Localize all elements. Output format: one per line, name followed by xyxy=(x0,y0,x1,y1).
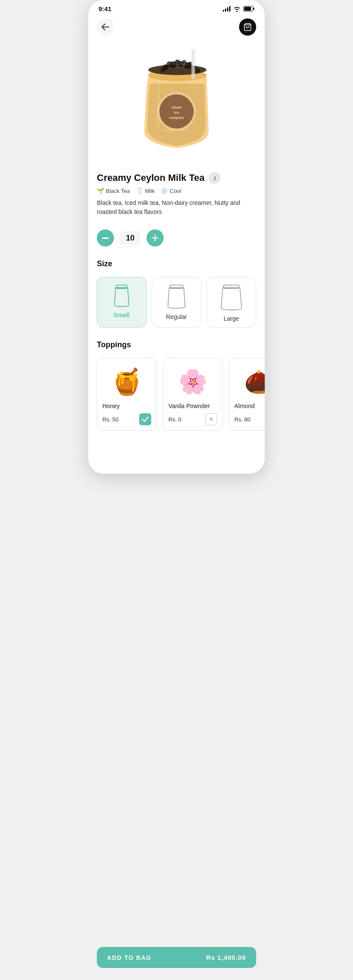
top-nav xyxy=(88,15,265,41)
vanilla-price-row: Rs. 0 + xyxy=(168,413,217,425)
honey-price-row: Rs. 50 xyxy=(102,413,151,425)
back-button[interactable] xyxy=(97,18,114,36)
almond-price: Rs. 80 xyxy=(234,416,251,423)
bag-button[interactable] xyxy=(239,18,256,36)
status-bar: 9:41 xyxy=(88,0,265,15)
almond-image: 🌰 xyxy=(234,364,265,399)
size-large-label: Large xyxy=(224,315,239,322)
topping-vanilla[interactable]: 🌸 Vanila Pownder Rs. 0 + xyxy=(163,358,223,431)
status-time: 9:41 xyxy=(99,5,111,12)
svg-point-15 xyxy=(161,68,165,72)
tag-cool: ❄️ Cool xyxy=(161,187,181,194)
milk-icon: 🥛 xyxy=(136,187,143,194)
toppings-title: Toppings xyxy=(97,340,256,349)
cool-icon: ❄️ xyxy=(161,187,168,194)
svg-point-12 xyxy=(175,60,180,65)
hero-section: island tea company serving the real tea xyxy=(88,41,265,165)
phone-container: 9:41 xyxy=(88,0,265,474)
svg-point-11 xyxy=(167,61,172,66)
black-tea-icon: 🌱 xyxy=(97,187,104,194)
tag-milk-label: Milk xyxy=(145,188,155,194)
almond-price-row: Rs. 80 + xyxy=(234,413,265,425)
size-small-label: Small xyxy=(114,312,129,319)
tag-black-tea: 🌱 Black Tea xyxy=(97,187,130,194)
svg-text:tea: tea xyxy=(174,110,179,114)
honey-price: Rs. 50 xyxy=(102,416,119,423)
size-large[interactable]: Large xyxy=(206,277,256,328)
vanilla-price: Rs. 0 xyxy=(168,416,181,423)
toppings-section: Toppings xyxy=(88,336,265,358)
svg-point-13 xyxy=(182,60,186,64)
small-cup-icon xyxy=(112,284,131,308)
tags-row: 🌱 Black Tea 🥛 Milk ❄️ Cool xyxy=(97,187,256,194)
honey-check xyxy=(139,413,151,425)
svg-rect-24 xyxy=(102,237,109,239)
vanilla-name: Vanila Pownder xyxy=(168,402,210,410)
size-section: Size xyxy=(88,255,265,277)
svg-rect-1 xyxy=(244,7,251,11)
svg-point-16 xyxy=(196,69,200,73)
topping-almond[interactable]: 🌰 Almond Rs. 80 + xyxy=(229,358,265,431)
vanilla-image: 🌸 xyxy=(168,364,217,399)
quantity-row: 10 xyxy=(88,228,265,255)
size-small[interactable]: Small xyxy=(97,277,147,328)
wifi-icon xyxy=(233,6,241,12)
tag-black-tea-label: Black Tea xyxy=(106,188,130,194)
size-regular[interactable]: Regular xyxy=(152,277,201,328)
status-icons xyxy=(223,6,254,12)
info-button[interactable]: i xyxy=(209,172,221,184)
toppings-scroll[interactable]: 🍯 Honey Rs. 50 🌸 Vanila Pownder Rs. 0 + xyxy=(88,358,265,474)
increase-qty-button[interactable] xyxy=(147,229,164,247)
svg-text:island: island xyxy=(171,105,181,109)
title-row: Creamy Ceylon Milk Tea i xyxy=(97,172,256,184)
svg-rect-23 xyxy=(191,49,195,79)
product-title: Creamy Ceylon Milk Tea xyxy=(97,172,204,183)
decrease-qty-button[interactable] xyxy=(97,229,114,247)
svg-rect-26 xyxy=(152,237,159,238)
svg-text:serving the real tea: serving the real tea xyxy=(165,128,188,132)
svg-text:company: company xyxy=(169,115,184,120)
battery-icon xyxy=(243,6,254,12)
tag-cool-label: Cool xyxy=(170,188,181,194)
product-info: Creamy Ceylon Milk Tea i 🌱 Black Tea 🥛 M… xyxy=(88,165,265,228)
size-regular-label: Regular xyxy=(166,313,187,320)
product-image: island tea company serving the real tea xyxy=(129,45,224,156)
vanilla-add-button[interactable]: + xyxy=(205,413,217,425)
tag-milk: 🥛 Milk xyxy=(136,187,155,194)
signal-icon xyxy=(223,6,230,12)
svg-rect-2 xyxy=(253,8,254,10)
quantity-value: 10 xyxy=(120,231,141,245)
regular-cup-icon xyxy=(166,284,187,310)
size-title: Size xyxy=(97,259,256,268)
size-options: Small Regular Large xyxy=(88,277,265,336)
product-description: Black tea, Iced milk tea, Non-dairy crea… xyxy=(97,198,256,216)
honey-name: Honey xyxy=(102,402,120,410)
almond-name: Almond xyxy=(234,402,254,410)
large-cup-icon xyxy=(219,284,243,312)
honey-image: 🍯 xyxy=(102,364,151,399)
topping-honey[interactable]: 🍯 Honey Rs. 50 xyxy=(97,358,157,431)
